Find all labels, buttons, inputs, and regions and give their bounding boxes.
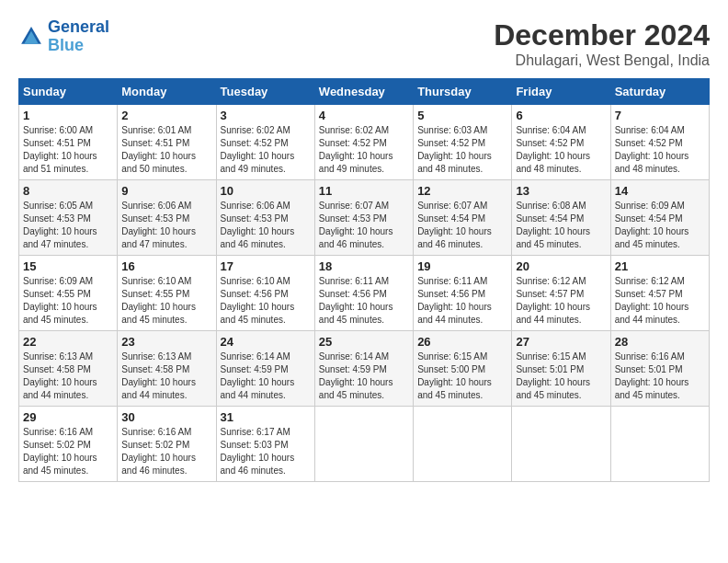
page-header: General Blue December 2024 Dhulagari, We… <box>18 18 710 69</box>
day-number: 30 <box>121 410 211 424</box>
table-row: 26 Sunrise: 6:15 AMSunset: 5:00 PMDaylig… <box>414 331 512 407</box>
day-info: Sunrise: 6:04 AMSunset: 4:52 PMDaylight:… <box>516 125 590 174</box>
table-row: 29 Sunrise: 6:16 AMSunset: 5:02 PMDaylig… <box>19 407 118 482</box>
day-number: 24 <box>221 335 311 349</box>
table-row: 25 Sunrise: 6:14 AMSunset: 4:59 PMDaylig… <box>314 331 413 407</box>
day-number: 25 <box>319 335 409 349</box>
day-info: Sunrise: 6:03 AMSunset: 4:52 PMDaylight:… <box>417 125 492 174</box>
table-row: 24 Sunrise: 6:14 AMSunset: 4:59 PMDaylig… <box>216 331 314 407</box>
col-saturday: Saturday <box>610 79 709 105</box>
day-number: 19 <box>417 259 507 273</box>
day-number: 7 <box>615 109 705 122</box>
calendar-row: 1 Sunrise: 6:00 AMSunset: 4:51 PMDayligh… <box>19 105 710 180</box>
location: Dhulagari, West Bengal, India <box>494 52 710 69</box>
table-row: 30 Sunrise: 6:16 AMSunset: 5:02 PMDaylig… <box>118 407 216 482</box>
day-info: Sunrise: 6:13 AMSunset: 4:58 PMDaylight:… <box>23 351 97 400</box>
logo-line1: General <box>48 17 109 36</box>
table-row: 21 Sunrise: 6:12 AMSunset: 4:57 PMDaylig… <box>610 256 709 331</box>
table-row: 4 Sunrise: 6:02 AMSunset: 4:52 PMDayligh… <box>314 105 413 180</box>
day-info: Sunrise: 6:13 AMSunset: 4:58 PMDaylight:… <box>121 351 196 400</box>
day-info: Sunrise: 6:06 AMSunset: 4:53 PMDaylight:… <box>121 201 196 249</box>
day-info: Sunrise: 6:04 AMSunset: 4:52 PMDaylight:… <box>615 125 689 174</box>
calendar-row: 15 Sunrise: 6:09 AMSunset: 4:55 PMDaylig… <box>19 256 710 331</box>
table-row: 6 Sunrise: 6:04 AMSunset: 4:52 PMDayligh… <box>512 105 610 180</box>
day-info: Sunrise: 6:16 AMSunset: 5:02 PMDaylight:… <box>121 427 196 476</box>
col-friday: Friday <box>512 79 610 105</box>
table-row: 17 Sunrise: 6:10 AMSunset: 4:56 PMDaylig… <box>216 256 314 331</box>
day-number: 12 <box>417 184 507 198</box>
table-row: 16 Sunrise: 6:10 AMSunset: 4:55 PMDaylig… <box>118 256 216 331</box>
day-info: Sunrise: 6:10 AMSunset: 4:56 PMDaylight:… <box>221 276 295 325</box>
day-number: 31 <box>221 410 311 424</box>
day-info: Sunrise: 6:01 AMSunset: 4:51 PMDaylight:… <box>121 125 196 174</box>
day-number: 14 <box>615 184 705 198</box>
month-title: December 2024 <box>494 18 710 52</box>
table-row: 13 Sunrise: 6:08 AMSunset: 4:54 PMDaylig… <box>512 180 610 256</box>
day-number: 28 <box>615 335 705 349</box>
day-info: Sunrise: 6:00 AMSunset: 4:51 PMDaylight:… <box>23 125 97 174</box>
day-info: Sunrise: 6:07 AMSunset: 4:53 PMDaylight:… <box>319 201 393 249</box>
table-row: 10 Sunrise: 6:06 AMSunset: 4:53 PMDaylig… <box>216 180 314 256</box>
day-info: Sunrise: 6:15 AMSunset: 5:00 PMDaylight:… <box>417 351 492 400</box>
day-info: Sunrise: 6:08 AMSunset: 4:54 PMDaylight:… <box>516 201 590 249</box>
calendar-table: Sunday Monday Tuesday Wednesday Thursday… <box>18 78 710 482</box>
day-number: 18 <box>319 259 409 273</box>
table-row: 18 Sunrise: 6:11 AMSunset: 4:56 PMDaylig… <box>314 256 413 331</box>
day-info: Sunrise: 6:12 AMSunset: 4:57 PMDaylight:… <box>516 276 590 325</box>
day-info: Sunrise: 6:09 AMSunset: 4:54 PMDaylight:… <box>615 201 689 249</box>
day-info: Sunrise: 6:02 AMSunset: 4:52 PMDaylight:… <box>221 125 295 174</box>
day-number: 22 <box>23 335 113 349</box>
table-row: 1 Sunrise: 6:00 AMSunset: 4:51 PMDayligh… <box>19 105 118 180</box>
day-info: Sunrise: 6:02 AMSunset: 4:52 PMDaylight:… <box>319 125 393 174</box>
table-row: 5 Sunrise: 6:03 AMSunset: 4:52 PMDayligh… <box>414 105 512 180</box>
day-info: Sunrise: 6:09 AMSunset: 4:55 PMDaylight:… <box>23 276 97 325</box>
day-number: 10 <box>221 184 311 198</box>
day-info: Sunrise: 6:14 AMSunset: 4:59 PMDaylight:… <box>319 351 393 400</box>
day-number: 11 <box>319 184 409 198</box>
col-monday: Monday <box>118 79 216 105</box>
table-row: 15 Sunrise: 6:09 AMSunset: 4:55 PMDaylig… <box>19 256 118 331</box>
day-number: 2 <box>121 109 211 122</box>
day-info: Sunrise: 6:10 AMSunset: 4:55 PMDaylight:… <box>121 276 196 325</box>
table-row <box>314 407 413 482</box>
calendar-body: 1 Sunrise: 6:00 AMSunset: 4:51 PMDayligh… <box>19 105 710 482</box>
day-info: Sunrise: 6:12 AMSunset: 4:57 PMDaylight:… <box>615 276 689 325</box>
table-row: 7 Sunrise: 6:04 AMSunset: 4:52 PMDayligh… <box>610 105 709 180</box>
day-number: 29 <box>23 410 113 424</box>
day-number: 20 <box>516 259 606 273</box>
day-number: 1 <box>23 109 113 122</box>
table-row: 31 Sunrise: 6:17 AMSunset: 5:03 PMDaylig… <box>216 407 314 482</box>
logo-line2: Blue <box>48 36 84 54</box>
table-row <box>414 407 512 482</box>
logo-icon <box>18 24 44 50</box>
table-row: 11 Sunrise: 6:07 AMSunset: 4:53 PMDaylig… <box>314 180 413 256</box>
day-info: Sunrise: 6:05 AMSunset: 4:53 PMDaylight:… <box>23 201 97 249</box>
day-info: Sunrise: 6:16 AMSunset: 5:02 PMDaylight:… <box>23 427 97 476</box>
logo: General Blue <box>18 18 109 55</box>
calendar-header-row: Sunday Monday Tuesday Wednesday Thursday… <box>19 79 710 105</box>
logo-text: General Blue <box>48 18 109 55</box>
day-info: Sunrise: 6:11 AMSunset: 4:56 PMDaylight:… <box>319 276 393 325</box>
table-row: 14 Sunrise: 6:09 AMSunset: 4:54 PMDaylig… <box>610 180 709 256</box>
day-info: Sunrise: 6:06 AMSunset: 4:53 PMDaylight:… <box>221 201 295 249</box>
day-number: 8 <box>23 184 113 198</box>
table-row: 27 Sunrise: 6:15 AMSunset: 5:01 PMDaylig… <box>512 331 610 407</box>
day-number: 16 <box>121 259 211 273</box>
day-info: Sunrise: 6:11 AMSunset: 4:56 PMDaylight:… <box>417 276 492 325</box>
day-info: Sunrise: 6:07 AMSunset: 4:54 PMDaylight:… <box>417 201 492 249</box>
day-number: 5 <box>417 109 507 122</box>
table-row: 19 Sunrise: 6:11 AMSunset: 4:56 PMDaylig… <box>414 256 512 331</box>
table-row: 22 Sunrise: 6:13 AMSunset: 4:58 PMDaylig… <box>19 331 118 407</box>
title-block: December 2024 Dhulagari, West Bengal, In… <box>494 18 710 69</box>
col-tuesday: Tuesday <box>216 79 314 105</box>
calendar-row: 8 Sunrise: 6:05 AMSunset: 4:53 PMDayligh… <box>19 180 710 256</box>
day-info: Sunrise: 6:17 AMSunset: 5:03 PMDaylight:… <box>221 427 295 476</box>
day-info: Sunrise: 6:14 AMSunset: 4:59 PMDaylight:… <box>221 351 295 400</box>
table-row <box>610 407 709 482</box>
table-row: 28 Sunrise: 6:16 AMSunset: 5:01 PMDaylig… <box>610 331 709 407</box>
day-number: 23 <box>121 335 211 349</box>
day-info: Sunrise: 6:16 AMSunset: 5:01 PMDaylight:… <box>615 351 689 400</box>
table-row: 2 Sunrise: 6:01 AMSunset: 4:51 PMDayligh… <box>118 105 216 180</box>
col-wednesday: Wednesday <box>314 79 413 105</box>
day-number: 15 <box>23 259 113 273</box>
